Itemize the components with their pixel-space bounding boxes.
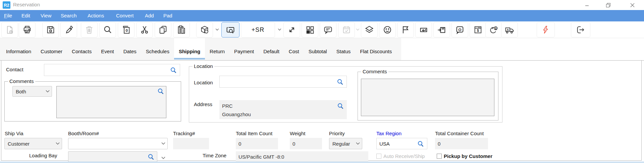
- tab-default[interactable]: Default: [259, 38, 284, 60]
- comments-textarea[interactable]: [56, 86, 166, 118]
- cut-button[interactable]: [136, 22, 153, 37]
- svg-text:$: $: [477, 28, 479, 32]
- menu-actions[interactable]: Actions: [88, 10, 104, 21]
- delivery-truck-button[interactable]: A: [501, 22, 518, 37]
- time-zone-label: Time Zone: [203, 153, 226, 158]
- tax-region-lookup-icon[interactable]: [417, 141, 424, 147]
- layout-grid-button[interactable]: [302, 22, 318, 37]
- tab-shipping[interactable]: Shipping: [174, 38, 205, 60]
- minimize-icon: [585, 3, 589, 7]
- tracking-input[interactable]: [173, 138, 209, 149]
- invoice-button[interactable]: $: [470, 22, 486, 37]
- item-search-box-icon: [200, 25, 209, 34]
- calendar-dropdown[interactable]: [355, 26, 360, 33]
- priority-label: Priority: [329, 131, 345, 136]
- tab-cost[interactable]: Cost: [284, 38, 304, 60]
- address-lookup-icon[interactable]: [337, 103, 344, 109]
- menu-edit[interactable]: Edit: [21, 10, 30, 21]
- paste-button[interactable]: [173, 22, 190, 37]
- restore-button[interactable]: [600, 0, 616, 10]
- copy-code-button[interactable]: 0: [118, 22, 135, 37]
- calendar-check-button[interactable]: [338, 22, 355, 37]
- tax-region-input[interactable]: USA: [376, 138, 427, 149]
- flag-button[interactable]: [397, 22, 414, 37]
- search-button[interactable]: [99, 22, 116, 37]
- edit-button[interactable]: [60, 22, 77, 37]
- open-order-button[interactable]: O: [451, 22, 468, 37]
- quick-find-button[interactable]: [221, 22, 239, 37]
- tab-dates[interactable]: Dates: [119, 38, 141, 60]
- tab-information[interactable]: Information: [1, 38, 36, 60]
- location-label: Location: [194, 80, 213, 85]
- chevron-down-icon: [356, 142, 360, 145]
- add-sr-button[interactable]: +SR: [241, 22, 275, 37]
- add-sr-dropdown[interactable]: [277, 26, 282, 33]
- layers-button[interactable]: [361, 22, 378, 37]
- menu-view[interactable]: View: [41, 10, 51, 21]
- contact-lookup-icon[interactable]: [170, 67, 177, 74]
- location-lookup-icon[interactable]: [337, 79, 343, 85]
- minimize-button[interactable]: [579, 0, 595, 10]
- save-button[interactable]: [42, 22, 59, 37]
- quick-find-icon: [225, 25, 235, 34]
- receivables-clock-icon: $: [489, 25, 498, 34]
- comments-mode-select[interactable]: Both: [12, 86, 52, 97]
- menu-pad[interactable]: Pad: [163, 10, 172, 21]
- return-item-button[interactable]: [415, 22, 432, 37]
- loading-bay-dropdown[interactable]: [161, 155, 166, 161]
- menu-file[interactable]: File: [4, 10, 12, 21]
- loading-bay-input[interactable]: [68, 151, 157, 162]
- tab-subtotal[interactable]: Subtotal: [304, 38, 332, 60]
- receivables-button[interactable]: $: [485, 22, 502, 37]
- tab-event[interactable]: Event: [96, 38, 118, 60]
- expand-button[interactable]: [283, 22, 300, 37]
- svg-text:$: $: [495, 27, 496, 30]
- tab-schedules[interactable]: Schedules: [141, 38, 174, 60]
- cut-scissors-icon: [140, 25, 149, 34]
- menu-convert[interactable]: Convert: [116, 10, 134, 21]
- paste-icon: [177, 25, 186, 34]
- comments-lookup-icon[interactable]: [157, 88, 164, 95]
- item-search-button[interactable]: [196, 22, 213, 37]
- exit-icon: [576, 25, 585, 34]
- chevron-down-icon: [161, 142, 165, 145]
- calendar-check-icon: [342, 25, 351, 34]
- tab-customer[interactable]: Customer: [36, 38, 67, 60]
- address-field[interactable]: PRC Gouangzhou: [219, 100, 347, 119]
- print-button[interactable]: [19, 22, 36, 37]
- delete-button[interactable]: [81, 22, 98, 37]
- total-item-count-label: Total Item Count: [236, 131, 272, 136]
- open-order-icon: O: [455, 25, 465, 34]
- tab-return[interactable]: Return: [205, 38, 229, 60]
- pickup-by-customer-checkbox[interactable]: [437, 154, 442, 159]
- tab-status[interactable]: Status: [332, 38, 356, 60]
- tab-payment[interactable]: Payment: [229, 38, 259, 60]
- new-item-button[interactable]: [1, 22, 18, 37]
- tab-flat-discounts[interactable]: Flat Discounts: [355, 38, 396, 60]
- smiley-button[interactable]: [379, 22, 396, 37]
- close-button[interactable]: [625, 0, 640, 10]
- ship-via-select[interactable]: Customer: [4, 138, 62, 149]
- exit-button[interactable]: [571, 22, 590, 37]
- menu-add[interactable]: Add: [145, 10, 154, 21]
- add-sr-label: +SR: [252, 26, 265, 33]
- item-search-dropdown[interactable]: [215, 26, 219, 33]
- menu-bar: File Edit View Search Actions Convert Ad…: [0, 10, 644, 21]
- duplicate-button[interactable]: [155, 22, 171, 37]
- loading-bay-lookup-icon[interactable]: [148, 154, 154, 160]
- priority-select[interactable]: Regular: [329, 138, 362, 149]
- location-comments-textarea[interactable]: [361, 79, 494, 116]
- booth-room-select[interactable]: [68, 138, 168, 149]
- lightning-button[interactable]: [537, 22, 555, 37]
- ship-item-button[interactable]: [433, 22, 450, 37]
- contact-input[interactable]: [44, 64, 180, 76]
- menu-search[interactable]: Search: [61, 10, 77, 21]
- location-input[interactable]: [219, 76, 347, 88]
- chevron-down-icon: [215, 28, 219, 31]
- tax-region-label[interactable]: Tax Region: [376, 131, 401, 136]
- auto-receive-ship-checkbox: [376, 154, 381, 159]
- flag-icon: [401, 25, 410, 34]
- comments-button[interactable]: [320, 22, 336, 37]
- tab-contacts[interactable]: Contacts: [67, 38, 96, 60]
- search-icon: [103, 25, 112, 34]
